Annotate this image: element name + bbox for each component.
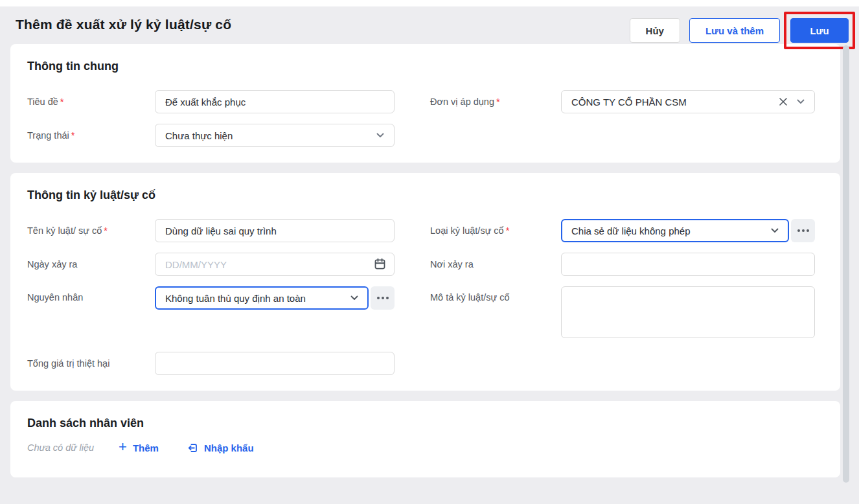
incident-date-input[interactable] <box>155 253 395 276</box>
chevron-down-icon[interactable] <box>797 99 805 104</box>
required-asterisk: * <box>60 97 64 107</box>
general-info-card: Thông tin chung Tiêu đề* Đơn vị áp dụng*… <box>10 44 840 163</box>
clear-icon[interactable] <box>779 97 788 106</box>
applied-unit-select[interactable]: CÔNG TY CỔ PHẦN CSM <box>561 90 815 113</box>
incident-description-label: Mô tả kỷ luật/sự cố <box>430 286 561 303</box>
incident-type-value: Chia sẻ dữ liệu không phép <box>571 225 766 236</box>
chevron-down-icon <box>350 295 358 301</box>
incident-info-heading: Thông tin kỷ luật/sự cố <box>27 189 823 202</box>
incident-cause-more-button[interactable] <box>371 286 395 310</box>
required-asterisk: * <box>71 130 75 141</box>
add-employee-button[interactable]: + Thêm <box>119 442 159 453</box>
empty-data-text: Chưa có dữ liệu <box>27 442 94 453</box>
incident-date-label: Ngày xảy ra <box>27 259 155 269</box>
chevron-down-icon <box>771 228 779 233</box>
save-and-add-button[interactable]: Lưu và thêm <box>689 18 780 43</box>
incident-cause-select[interactable]: Không tuân thủ quy định an toàn <box>155 286 369 310</box>
status-select[interactable]: Chưa thực hiện <box>155 124 395 147</box>
incident-description-textarea[interactable] <box>561 286 815 338</box>
save-button-highlight-annotation: Lưu <box>784 12 855 49</box>
employee-list-heading: Danh sách nhân viên <box>27 417 823 430</box>
required-asterisk: * <box>496 97 500 107</box>
import-icon <box>187 442 198 453</box>
incident-cause-value: Không tuân thủ quy định an toàn <box>165 293 345 304</box>
total-damage-label: Tổng giá trị thiệt hại <box>27 358 155 369</box>
incident-type-select[interactable]: Chia sẻ dữ liệu không phép <box>561 219 789 242</box>
import-button[interactable]: Nhập khẩu <box>187 442 254 453</box>
title-input[interactable] <box>155 90 395 113</box>
status-label: Trạng thái* <box>27 130 155 141</box>
page-header: Thêm đề xuất xử lý kỷ luật/sự cố Hủy Lưu… <box>0 6 859 44</box>
cancel-button[interactable]: Hủy <box>630 18 680 43</box>
status-value: Chưa thực hiện <box>165 130 371 141</box>
incident-type-more-button[interactable] <box>791 219 815 242</box>
save-button[interactable]: Lưu <box>790 18 849 43</box>
applied-unit-value: CÔNG TY CỔ PHẦN CSM <box>571 97 773 108</box>
general-info-heading: Thông tin chung <box>27 60 823 73</box>
title-label: Tiêu đề* <box>27 97 155 107</box>
total-damage-input[interactable] <box>155 352 395 375</box>
incident-cause-label: Nguyên nhân <box>27 286 155 303</box>
header-actions: Hủy Lưu và thêm Lưu <box>630 12 855 49</box>
incident-info-card: Thông tin kỷ luật/sự cố Tên kỷ luật/ sự … <box>10 173 840 391</box>
incident-location-input[interactable] <box>561 253 815 276</box>
incident-name-input[interactable] <box>155 219 395 242</box>
incident-type-label: Loại kỷ luật/sự cố* <box>430 225 561 236</box>
incident-name-label: Tên kỷ luật/ sự cố* <box>27 225 155 236</box>
required-asterisk: * <box>506 225 510 236</box>
applied-unit-label: Đơn vị áp dụng* <box>430 97 561 107</box>
employee-list-card: Danh sách nhân viên Chưa có dữ liệu + Th… <box>10 401 840 477</box>
incident-location-label: Nơi xảy ra <box>430 259 561 269</box>
chevron-down-icon <box>376 133 384 138</box>
vertical-scrollbar[interactable] <box>843 45 849 483</box>
top-strip <box>0 0 859 6</box>
plus-icon: + <box>119 441 127 453</box>
required-asterisk: * <box>104 225 108 236</box>
